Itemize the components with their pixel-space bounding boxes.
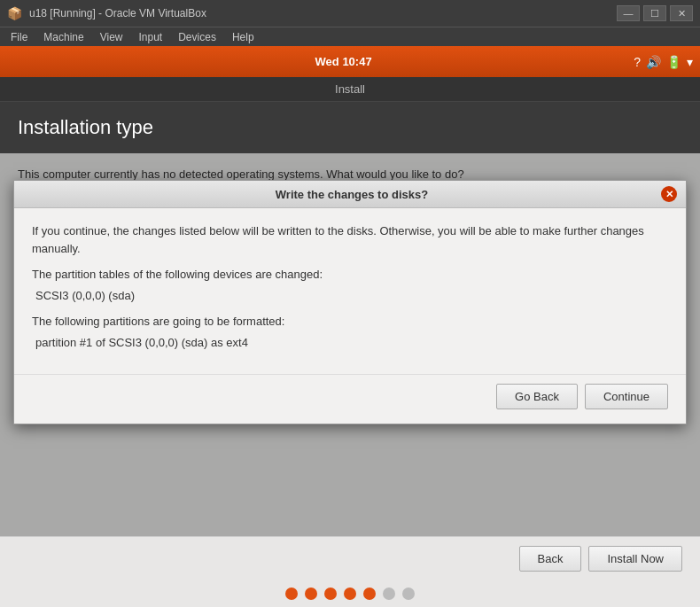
install-label: Install	[335, 82, 365, 96]
partitions-label: The following partitions are going to be…	[32, 313, 668, 331]
dot-1	[285, 588, 298, 600]
dot-4	[344, 588, 356, 600]
content-area: Install Installation type This computer …	[0, 77, 700, 607]
dialog-body: If you continue, the changes listed belo…	[14, 208, 686, 374]
menu-input[interactable]: Input	[132, 29, 170, 45]
window-controls: — ☐ ✕	[617, 5, 693, 21]
progress-dots	[0, 580, 700, 607]
menu-help[interactable]: Help	[225, 29, 261, 45]
close-button[interactable]: ✕	[670, 5, 693, 21]
dialog: Write the changes to disks? ✕ If you con…	[13, 180, 687, 424]
partition-tables-label: The partition tables of the following de…	[32, 266, 668, 284]
question-icon[interactable]: ?	[634, 55, 641, 69]
dialog-titlebar: Write the changes to disks? ✕	[14, 181, 686, 208]
installation-type-area: Installation type	[0, 102, 700, 153]
window-icon: 📦	[7, 6, 22, 20]
dropdown-icon[interactable]: ▾	[687, 55, 693, 69]
dot-3	[324, 588, 337, 600]
topbar-icons: ? 🔊 🔋 ▾	[634, 55, 700, 69]
menu-machine[interactable]: Machine	[36, 29, 90, 45]
maximize-button[interactable]: ☐	[643, 5, 666, 21]
dot-2	[305, 588, 317, 600]
dialog-buttons: Go Back Continue	[14, 374, 686, 424]
install-now-button[interactable]: Install Now	[588, 546, 682, 572]
menu-bar: File Machine View Input Devices Help	[0, 27, 700, 46]
menu-devices[interactable]: Devices	[171, 29, 223, 45]
menu-view[interactable]: View	[93, 29, 130, 45]
dialog-para: If you continue, the changes listed belo…	[32, 222, 668, 257]
continue-button[interactable]: Continue	[585, 384, 668, 409]
menu-file[interactable]: File	[4, 29, 35, 45]
clock: Wed 10:47	[71, 55, 616, 68]
dialog-close-button[interactable]: ✕	[661, 186, 677, 202]
window-title: u18 [Running] - Oracle VM VirtualBox	[29, 7, 610, 19]
dialog-title: Write the changes to disks?	[43, 188, 661, 201]
dot-7	[402, 588, 415, 600]
dot-6	[383, 588, 395, 600]
page-content: This computer currently has no detected …	[0, 153, 700, 536]
partitions-value: partition #1 of SCSI3 (0,0,0) (sda) as e…	[35, 334, 668, 352]
install-header: Install	[0, 77, 700, 102]
back-button[interactable]: Back	[519, 546, 582, 572]
go-back-button[interactable]: Go Back	[496, 384, 578, 409]
ubuntu-topbar: Wed 10:47 ? 🔊 🔋 ▾	[0, 46, 700, 77]
bottom-bar: Back Install Now	[0, 536, 700, 580]
dialog-overlay: Write the changes to disks? ✕ If you con…	[0, 153, 700, 536]
page-title: Installation type	[18, 116, 153, 138]
main-content: Installation type This computer currentl…	[0, 102, 700, 607]
minimize-button[interactable]: —	[617, 5, 640, 21]
partition-tables-value: SCSI3 (0,0,0) (sda)	[35, 287, 668, 305]
dot-5	[363, 588, 376, 600]
battery-icon[interactable]: 🔋	[666, 55, 681, 69]
title-bar: 📦 u18 [Running] - Oracle VM VirtualBox —…	[0, 0, 700, 27]
volume-icon[interactable]: 🔊	[646, 55, 661, 69]
